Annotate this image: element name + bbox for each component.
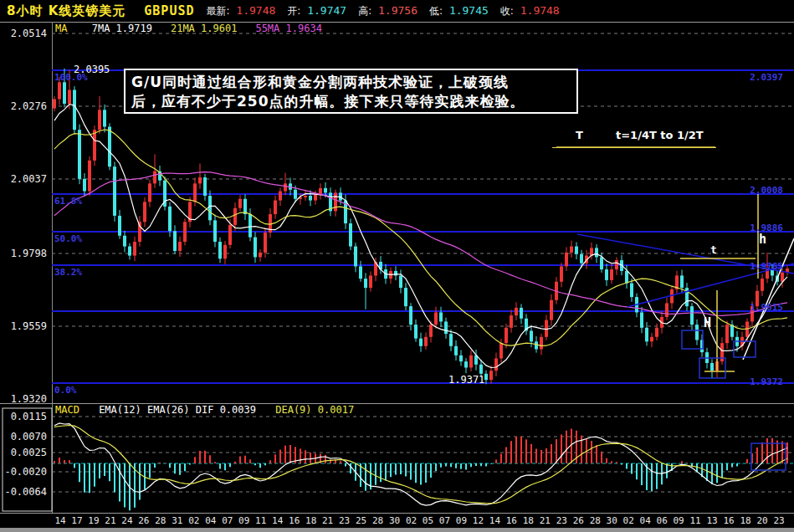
candle-body	[248, 214, 252, 238]
date-tick: 14	[489, 515, 500, 526]
date-tick: 04	[205, 515, 216, 526]
candle-body	[68, 90, 71, 104]
ma-legend-item: 7MA 1.9719	[92, 23, 152, 34]
date-tick: 04	[640, 515, 651, 526]
date-tick: 12	[473, 515, 484, 526]
trading-app-window: 8小时 K线英镑美元 GBPUSD 最新: 1.9748开: 1.9747高: …	[0, 0, 794, 532]
candle-body	[535, 341, 538, 349]
chart-label-2.0397: 2.0397	[750, 72, 783, 83]
date-tick: 23	[339, 515, 350, 526]
candle-body	[610, 269, 613, 280]
candle-body	[183, 222, 187, 242]
candle-body	[279, 192, 282, 201]
candle-body	[203, 177, 207, 196]
candle-body	[720, 343, 724, 361]
date-axis[interactable]: 1417192124262831020407091114161821232528…	[0, 514, 794, 529]
chart-label-1.9765: 1.9765	[750, 261, 783, 272]
candle-body	[208, 196, 212, 220]
candle-body	[515, 308, 518, 315]
candle-body	[690, 306, 694, 325]
candle-body	[73, 90, 76, 130]
date-tick: 09	[456, 515, 467, 526]
macd-axis-label: -0.0064	[0, 486, 47, 498]
candle-body	[113, 166, 116, 216]
date-tick: 21	[540, 515, 551, 526]
chart-label-100.0%: 100.0%	[54, 72, 88, 83]
candle-body	[118, 216, 121, 236]
candle-body	[304, 196, 307, 197]
macd-axis-label: 0.0115	[0, 411, 47, 422]
candle-body	[218, 242, 222, 258]
date-tick: 30	[389, 515, 400, 526]
price-axis-label: 1.9559	[0, 320, 47, 332]
candle-body	[314, 194, 317, 200]
candle-body	[53, 100, 56, 109]
candle-body	[128, 247, 131, 256]
chart-label-50.0%: 50.0%	[54, 233, 82, 244]
candle-body	[520, 308, 523, 319]
date-tick: 21	[105, 515, 115, 526]
candle-body	[173, 231, 177, 251]
candle-body	[464, 361, 468, 367]
analysis-note-box[interactable]: G/U同时通过组合形和黄金分割两种技术验证，上破颈线 后，应有不少于250点的升…	[124, 69, 578, 114]
date-tick: 09	[674, 515, 684, 526]
candle-body	[168, 207, 172, 231]
candle-body	[259, 253, 262, 258]
date-tick: 28	[590, 515, 601, 526]
candle-body	[354, 247, 357, 267]
candle-body	[233, 208, 237, 225]
time-measure-note[interactable]: T t=1/4T to 1/2T	[552, 126, 716, 148]
candle-body	[254, 238, 257, 258]
macd-legend-title: MACD	[55, 404, 79, 416]
candle-body	[459, 356, 463, 361]
date-tick: 13	[706, 515, 717, 526]
candle-body	[98, 110, 101, 130]
candle-body	[414, 325, 417, 339]
candle-body	[565, 253, 568, 267]
analysis-note-line1: G/U同时通过组合形和黄金分割两种技术验证，上破颈线	[131, 73, 571, 92]
candle-body	[103, 110, 106, 126]
candle-body	[424, 337, 428, 346]
candle-body	[228, 225, 232, 245]
candle-body	[108, 127, 111, 167]
candle-body	[434, 312, 438, 325]
date-tick: 31	[172, 515, 182, 526]
date-tick: 25	[356, 515, 366, 526]
candle-body	[505, 328, 508, 343]
candle-body	[148, 183, 151, 202]
candle-body	[650, 337, 653, 342]
date-tick: 18	[740, 515, 750, 526]
candle-body	[198, 177, 202, 183]
ma-legend-item: 21MA 1.9601	[171, 23, 237, 34]
chart-label-1.9372: 1.9372	[750, 376, 783, 387]
candle-body	[570, 247, 573, 253]
candle-body	[640, 312, 643, 327]
ma-legend-item: 55MA 1.9634	[255, 23, 321, 34]
date-tick: 30	[607, 515, 617, 526]
time-measure-range: t=1/4T to 1/2T	[616, 129, 704, 141]
chart-label-t: t	[710, 243, 717, 256]
candle-body	[123, 236, 126, 247]
date-tick: 07	[222, 515, 233, 526]
candle-body	[761, 279, 764, 291]
candle-body	[409, 306, 412, 325]
candle-body	[510, 315, 513, 328]
candle-body	[319, 188, 322, 194]
date-tick: 24	[121, 515, 132, 526]
candle-body	[404, 288, 407, 306]
candle-body	[580, 254, 583, 263]
candle-body	[93, 130, 96, 161]
chart-label-H: H	[704, 315, 711, 330]
date-tick: 18	[305, 515, 316, 526]
date-tick: 20	[756, 515, 767, 526]
date-tick: 06	[657, 515, 668, 526]
candle-body	[264, 233, 267, 253]
candle-body	[399, 275, 402, 288]
candle-body	[309, 196, 312, 201]
candle-body	[489, 371, 493, 380]
candle-body	[58, 82, 61, 99]
candle-body	[469, 356, 473, 368]
candle-body	[284, 183, 287, 191]
candle-body	[605, 269, 608, 280]
date-tick: 11	[689, 515, 700, 526]
